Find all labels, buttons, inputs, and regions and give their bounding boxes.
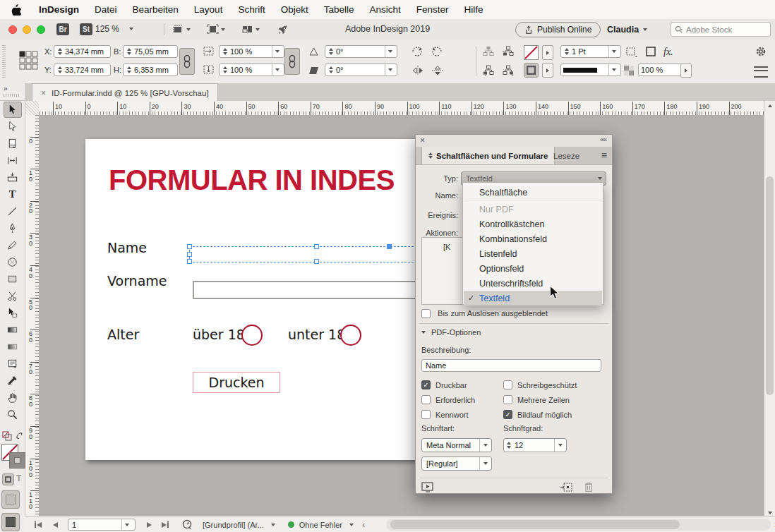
swap-fill-stroke-icon[interactable] xyxy=(15,431,24,440)
vertical-scroll-thumb[interactable] xyxy=(766,176,774,395)
menu-schrift[interactable]: Schrift xyxy=(230,4,272,15)
hidden-until-triggered-row[interactable]: Bis zum Auslösen ausgeblendet xyxy=(421,308,548,318)
opacity-options-button[interactable] xyxy=(680,64,692,78)
corner-options-icon[interactable] xyxy=(625,47,638,57)
menu-tabelle[interactable]: Tabelle xyxy=(316,4,362,15)
reference-point-proxy[interactable] xyxy=(18,50,38,71)
menu-bearbeiten[interactable]: Bearbeiten xyxy=(125,4,186,15)
menu-fenster[interactable]: Fenster xyxy=(409,4,457,15)
selection-handle[interactable] xyxy=(187,259,192,264)
height-field[interactable]: 6,353 mm xyxy=(123,64,178,76)
pdf-options-section-header[interactable]: PDF-Optionen xyxy=(421,328,481,337)
horizontal-scroll-thumb[interactable] xyxy=(390,520,680,529)
horizontal-scrollbar[interactable] xyxy=(386,519,771,531)
user-menu[interactable]: Claudia xyxy=(607,25,647,35)
preview-spread-icon[interactable] xyxy=(421,482,434,492)
eyedropper-tool-icon[interactable] xyxy=(4,373,22,389)
last-page-button[interactable] xyxy=(162,521,169,528)
selected-text-field-frame[interactable] xyxy=(189,246,442,262)
beschreibung-input[interactable]: Name xyxy=(421,359,601,372)
collapse-left-icon[interactable]: ‹ xyxy=(362,519,365,530)
rotation-angle-field[interactable]: 0° xyxy=(325,45,397,58)
width-field[interactable]: 75,05 mm xyxy=(123,45,178,58)
selection-handle[interactable] xyxy=(314,259,319,264)
checkbox-mehrere-zeilen[interactable] xyxy=(503,395,512,404)
radio-over18-button[interactable] xyxy=(241,325,263,346)
document-canvas[interactable]: FORMULAR IN INDES Name Vorname Alter übe… xyxy=(39,115,764,516)
content-collector-tool-icon[interactable] xyxy=(4,169,22,186)
previous-page-button[interactable] xyxy=(53,522,58,528)
stroke-swatch-tool[interactable] xyxy=(9,452,25,468)
selection-handle[interactable] xyxy=(187,244,192,249)
fill-options-button[interactable] xyxy=(542,45,553,60)
ellipse-frame-tool-icon[interactable] xyxy=(4,254,22,270)
select-content-icon[interactable] xyxy=(501,46,515,57)
font-style-dropdown[interactable]: [Regular] xyxy=(421,457,492,471)
effects-fx-button[interactable]: fx. xyxy=(663,47,673,58)
x-position-field[interactable]: 34,374 mm xyxy=(54,45,111,58)
select-previous-icon[interactable] xyxy=(481,65,495,76)
stroke-weight-field[interactable]: 1 Pt xyxy=(560,45,621,58)
gradient-feather-tool-icon[interactable] xyxy=(4,339,22,355)
checkbox-kennwort[interactable] xyxy=(421,410,431,419)
scale-x-field[interactable]: 100 % xyxy=(219,45,284,58)
select-next-icon[interactable] xyxy=(501,65,515,76)
rotate-ccw-icon[interactable] xyxy=(429,45,445,58)
chevron-down-icon[interactable] xyxy=(271,524,275,526)
checkbox-erforderlich[interactable] xyxy=(421,395,431,404)
selection-handle[interactable] xyxy=(314,244,319,249)
control-panel-menu-icon[interactable] xyxy=(754,66,768,78)
tab-buttons-and-forms[interactable]: Schaltflächen und Formulare xyxy=(421,147,555,164)
error-status[interactable]: Ohne Fehler xyxy=(299,521,342,529)
free-transform-tool-icon[interactable] xyxy=(4,305,22,321)
menu-objekt[interactable]: Objekt xyxy=(273,4,316,15)
panel-drag-handle[interactable] xyxy=(2,45,6,78)
panel-expand-strip[interactable]: » xyxy=(0,83,25,101)
scale-y-field[interactable]: 100 % xyxy=(219,64,284,76)
menu-item-unterschriftsfeld[interactable]: Unterschriftsfeld xyxy=(464,276,602,291)
menu-item-kombinationsfeld[interactable]: Kombinationsfeld xyxy=(464,231,602,246)
preflight-icon[interactable] xyxy=(181,519,193,530)
rectangle-tool-icon[interactable] xyxy=(4,271,22,287)
screen-mode-button[interactable] xyxy=(1,513,20,531)
checkbox-schreibgesch-tzt[interactable] xyxy=(503,380,512,389)
pen-tool-icon[interactable] xyxy=(4,220,22,236)
menu-ansicht[interactable]: Ansicht xyxy=(361,4,408,15)
scroll-up-icon[interactable] xyxy=(768,104,772,107)
vertical-ruler[interactable]: 00102030405060708090100110 xyxy=(25,115,40,516)
chevron-down-icon[interactable] xyxy=(349,524,354,526)
constrain-proportions-link-icon[interactable] xyxy=(179,48,195,75)
menu-item-textfeld[interactable]: ✓Textfeld xyxy=(464,291,602,306)
pencil-tool-icon[interactable] xyxy=(4,237,22,253)
apply-color-button[interactable] xyxy=(1,490,20,509)
delete-trash-icon[interactable] xyxy=(584,481,594,492)
menu-layout[interactable]: Layout xyxy=(186,4,231,15)
panel-close-icon[interactable]: × xyxy=(420,135,425,145)
menu-datei[interactable]: Datei xyxy=(87,4,125,15)
stroke-options-button[interactable] xyxy=(542,63,553,78)
preflight-profile[interactable]: [Grundprofil] (Ar... xyxy=(203,521,264,529)
stroke-style-dropdown[interactable] xyxy=(560,64,621,76)
vertical-scrollbar[interactable] xyxy=(764,101,775,516)
corner-shape-icon[interactable] xyxy=(645,46,656,57)
page-number-field[interactable]: 1 xyxy=(68,519,136,531)
apple-menu-icon[interactable] xyxy=(11,4,21,16)
radio-under18-button[interactable] xyxy=(340,325,361,346)
menu-item-schaltfl-che[interactable]: Schaltfläche xyxy=(464,185,602,200)
ruler-origin-box[interactable] xyxy=(25,101,40,116)
opacity-field[interactable]: 100 % xyxy=(638,64,683,76)
select-container-icon[interactable] xyxy=(481,46,495,57)
checkbox-bildlauf-m-glich[interactable]: ✓ xyxy=(503,410,512,419)
font-size-field[interactable]: 12 xyxy=(503,438,567,452)
line-tool-icon[interactable] xyxy=(4,203,22,219)
menu-item-kontrollk-stchen[interactable]: Kontrollkästchen xyxy=(464,217,602,231)
checkbox-druckbar[interactable]: ✓ xyxy=(421,380,431,389)
panel-menu-icon[interactable]: ≡ xyxy=(601,150,607,161)
menu-hilfe[interactable]: Hilfe xyxy=(457,4,491,15)
flip-horizontal-icon[interactable] xyxy=(411,65,425,76)
panel-collapse-icon[interactable]: «« xyxy=(600,135,606,143)
gear-icon[interactable] xyxy=(755,46,767,57)
horizontal-ruler[interactable]: 1001020304050607080901001101201301401501… xyxy=(39,101,764,116)
menu-indesign[interactable]: InDesign xyxy=(31,4,87,15)
hand-tool-icon[interactable] xyxy=(4,389,22,406)
